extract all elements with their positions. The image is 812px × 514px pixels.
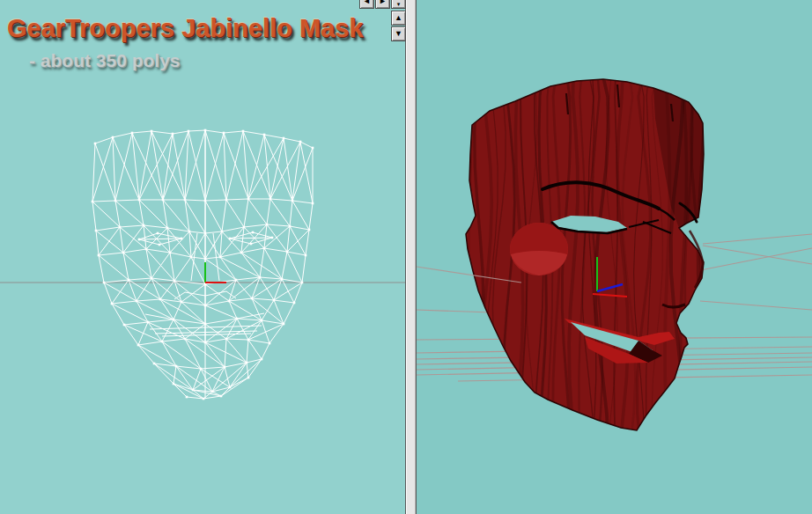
scroll-down-icon: ▼ — [395, 29, 402, 38]
page-title: GearTroopers Jabinello Mask — [7, 14, 403, 43]
scroll-left-button[interactable]: ◄ — [359, 0, 374, 9]
shaded-svg — [417, 0, 812, 514]
scroll-right-icon: ► — [379, 0, 387, 5]
page-subtitle: - about 350 polys — [29, 50, 181, 71]
scroll-corner-button[interactable]: ◂▸ ▾ — [391, 0, 406, 9]
scroll-down-button[interactable]: ▼ — [391, 26, 406, 41]
scroll-up-icon: ▲ — [395, 13, 402, 22]
scroll-up-button[interactable]: ▲ — [391, 11, 406, 26]
scroll-right-button[interactable]: ► — [375, 0, 390, 9]
shaded-viewport[interactable] — [417, 0, 812, 514]
scroll-corner-icon: ◂▸ ▾ — [392, 0, 405, 7]
wireframe-svg — [0, 0, 405, 514]
wireframe-viewport[interactable] — [0, 0, 405, 514]
scroll-left-icon: ◄ — [363, 0, 371, 5]
frame-divider[interactable] — [405, 0, 417, 514]
